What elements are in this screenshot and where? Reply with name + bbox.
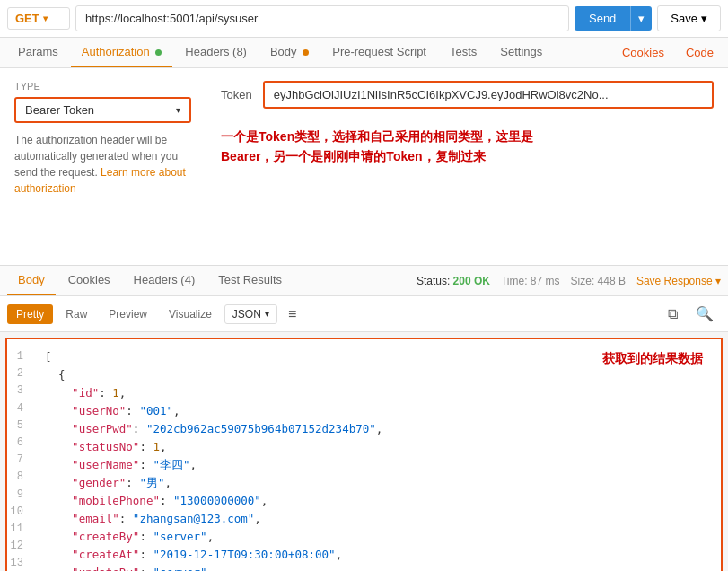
token-row: Token xyxy=(221,81,714,109)
json-type-label: JSON xyxy=(232,308,261,321)
beautify-button[interactable]: ≡ xyxy=(281,303,303,326)
size-label: Size: 448 B xyxy=(571,275,626,287)
auth-annotation: 一个是Token类型，选择和自己采用的相同类型，这里是Bearer，另一个是刚刚… xyxy=(221,127,714,167)
bearer-chevron-icon: ▾ xyxy=(176,105,180,115)
auth-description: The authorization header will be automat… xyxy=(14,132,191,197)
code-link[interactable]: Code xyxy=(679,39,721,66)
method-chevron-icon: ▾ xyxy=(43,13,48,23)
time-label: Time: 87 ms xyxy=(501,275,560,287)
top-bar: GET ▾ Send ▾ Save ▾ xyxy=(0,0,728,38)
send-dropdown-arrow[interactable]: ▾ xyxy=(630,6,652,31)
type-label: TYPE xyxy=(14,81,191,92)
json-type-chevron-icon: ▾ xyxy=(265,309,269,319)
request-tabs: Params Authorization Headers (8) Body Pr… xyxy=(0,38,728,68)
json-annotation: 获取到的结果数据 xyxy=(602,348,703,368)
token-label: Token xyxy=(221,88,252,101)
save-response-chevron-icon: ▾ xyxy=(715,275,721,287)
method-label: GET xyxy=(15,12,39,25)
bearer-label: Bearer Token xyxy=(25,103,94,117)
response-status-bar: Status: 200 OK Time: 87 ms Size: 448 B S… xyxy=(417,275,721,287)
search-icon[interactable]: 🔍 xyxy=(689,302,721,326)
response-format-bar: Pretty Raw Preview Visualize JSON ▾ ≡ ⧉ … xyxy=(0,296,728,332)
response-tabs: Body Cookies Headers (4) Test Results St… xyxy=(0,266,728,296)
body-icon-group: ⧉ 🔍 xyxy=(661,302,721,326)
save-response-button[interactable]: Save Response ▾ xyxy=(636,275,721,287)
save-chevron-icon: ▾ xyxy=(701,12,707,25)
json-code-block: [ { "id": 1, "userNo": "001", "userPwd":… xyxy=(45,348,706,571)
tab-tests[interactable]: Tests xyxy=(439,38,487,67)
auth-section: TYPE Bearer Token ▾ The authorization he… xyxy=(0,68,728,266)
json-type-select[interactable]: JSON ▾ xyxy=(224,304,277,324)
tab-pre-request-script[interactable]: Pre-request Script xyxy=(321,38,437,67)
json-response-body: 获取到的结果数据 12345 678910 111213141516 [ { "… xyxy=(5,338,723,571)
format-preview-button[interactable]: Preview xyxy=(100,304,156,324)
method-select[interactable]: GET ▾ xyxy=(7,7,70,30)
copy-icon[interactable]: ⧉ xyxy=(661,302,685,326)
send-button[interactable]: Send xyxy=(575,6,630,31)
resp-tab-headers[interactable]: Headers (4) xyxy=(123,266,206,295)
tab-authorization[interactable]: Authorization xyxy=(71,38,173,67)
url-input[interactable] xyxy=(75,5,569,31)
tab-settings[interactable]: Settings xyxy=(489,38,553,67)
authorization-dot xyxy=(155,49,162,56)
cookies-link[interactable]: Cookies xyxy=(615,39,671,66)
tab-headers[interactable]: Headers (8) xyxy=(174,38,258,67)
tab-body[interactable]: Body xyxy=(259,38,320,67)
body-dot xyxy=(303,49,309,56)
send-button-group: Send ▾ xyxy=(575,6,652,31)
auth-right-panel: Token 一个是Token类型，选择和自己采用的相同类型，这里是Bearer，… xyxy=(206,68,728,265)
line-numbers: 12345 678910 111213141516 xyxy=(7,348,27,571)
auth-left-panel: TYPE Bearer Token ▾ The authorization he… xyxy=(0,68,206,265)
format-visualize-button[interactable]: Visualize xyxy=(160,304,221,324)
tab-right-links: Cookies Code xyxy=(615,39,721,66)
bearer-token-select[interactable]: Bearer Token ▾ xyxy=(14,97,191,123)
format-pretty-button[interactable]: Pretty xyxy=(7,304,53,324)
save-label: Save xyxy=(671,12,697,25)
status-label: Status: 200 OK xyxy=(417,275,490,287)
resp-tab-body[interactable]: Body xyxy=(7,266,56,295)
tab-params[interactable]: Params xyxy=(7,38,69,67)
save-button[interactable]: Save ▾ xyxy=(657,5,721,31)
format-raw-button[interactable]: Raw xyxy=(57,304,96,324)
token-input[interactable] xyxy=(263,81,714,109)
status-value: 200 OK xyxy=(453,275,490,287)
resp-tab-cookies[interactable]: Cookies xyxy=(57,266,121,295)
resp-tab-test-results[interactable]: Test Results xyxy=(207,266,293,295)
